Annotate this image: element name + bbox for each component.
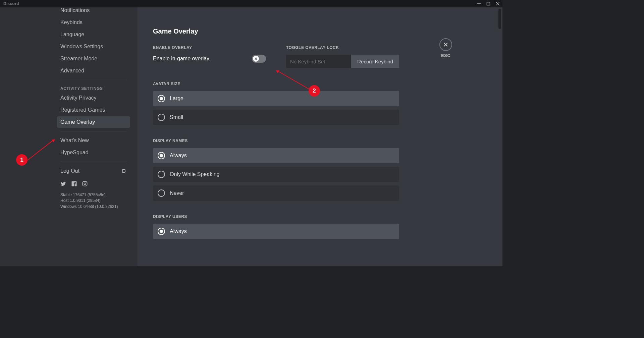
close-settings-button[interactable] [439, 38, 452, 51]
toggle-knob [253, 56, 259, 62]
toggle-x-icon [254, 57, 258, 60]
sidebar-item-whats-new[interactable]: What's New [57, 135, 130, 146]
build-line: Host 1.0.9011 (29584) [60, 198, 127, 204]
toggle-lock-header: Toggle Overlay Lock [286, 45, 399, 50]
radio-label: Only While Speaking [170, 171, 220, 177]
minimize-icon [477, 2, 481, 6]
sidebar-item-label: Streamer Mode [60, 56, 97, 61]
close-icon [496, 2, 500, 6]
sidebar-item-streamer-mode[interactable]: Streamer Mode [57, 53, 130, 64]
svg-rect-1 [487, 2, 490, 5]
sidebar-divider [60, 80, 127, 80]
display-names-speaking[interactable]: Only While Speaking [153, 167, 399, 182]
radio-label: Always [170, 228, 187, 234]
record-keybind-button[interactable]: Record Keybind [351, 55, 399, 68]
logout-icon [121, 168, 127, 174]
record-keybind-label: Record Keybind [357, 59, 393, 64]
sidebar-item-label: Log Out [60, 168, 79, 174]
radio-icon [158, 152, 165, 159]
sidebar-item-logout[interactable]: Log Out [57, 165, 130, 177]
sidebar-item-label: Registered Games [60, 107, 105, 113]
build-info: Stable 176471 (5755c8e) Host 1.0.9011 (2… [57, 192, 130, 210]
sidebar-item-advanced[interactable]: Advanced [57, 65, 130, 76]
esc-button-wrap: ESC [439, 38, 452, 58]
sidebar-item-label: Advanced [60, 68, 84, 73]
settings-sidebar: Notifications Keybinds Language Windows … [0, 7, 138, 266]
sidebar-item-hypesquad[interactable]: HypeSquad [57, 147, 130, 158]
facebook-icon[interactable] [71, 181, 77, 188]
radio-icon [158, 95, 165, 102]
sidebar-header-activity: Activity Settings [57, 83, 130, 92]
display-users-header: Display Users [153, 214, 399, 219]
radio-icon [158, 114, 165, 121]
sidebar-item-label: What's New [60, 137, 89, 143]
display-names-header: Display Names [153, 138, 399, 143]
scrollbar-thumb[interactable] [498, 9, 501, 29]
close-button[interactable] [493, 0, 502, 7]
sidebar-divider [60, 131, 127, 131]
content-area: Game Overlay Enable Overlay Enable in-ga… [138, 7, 502, 266]
sidebar-item-activity-privacy[interactable]: Activity Privacy [57, 92, 130, 104]
sidebar-item-label: Windows Settings [60, 44, 103, 49]
sidebar-item-label: Language [60, 32, 84, 37]
sidebar-item-language[interactable]: Language [57, 29, 130, 40]
social-links [57, 177, 130, 192]
avatar-size-large[interactable]: Large [153, 91, 399, 106]
sidebar-item-label: Game Overlay [60, 119, 95, 125]
radio-label: Always [170, 153, 187, 159]
radio-icon [158, 189, 165, 197]
sidebar-item-label: HypeSquad [60, 150, 89, 155]
display-users-always[interactable]: Always [153, 224, 399, 239]
build-line: Windows 10 64-Bit (10.0.22621) [60, 204, 127, 210]
twitter-icon[interactable] [60, 181, 66, 188]
page-title: Game Overlay [153, 27, 399, 35]
esc-label: ESC [439, 53, 452, 58]
sidebar-item-keybinds[interactable]: Keybinds [57, 17, 130, 28]
keybind-placeholder: No Keybind Set [290, 59, 325, 64]
instagram-icon[interactable] [82, 181, 88, 188]
sidebar-item-registered-games[interactable]: Registered Games [57, 104, 130, 116]
sidebar-item-notifications[interactable]: Notifications [57, 7, 130, 16]
sidebar-item-label: Activity Privacy [60, 95, 97, 101]
build-line: Stable 176471 (5755c8e) [60, 192, 127, 198]
sidebar-divider [60, 162, 127, 162]
enable-overlay-text: Enable in-game overlay. [153, 56, 210, 62]
keybind-input[interactable]: No Keybind Set [286, 55, 351, 68]
app-brand: Discord [3, 1, 19, 6]
minimize-button[interactable] [474, 0, 484, 7]
radio-icon [158, 228, 165, 235]
radio-label: Large [170, 96, 183, 102]
radio-label: Small [170, 114, 183, 120]
window-controls [474, 0, 502, 7]
maximize-icon [486, 2, 490, 6]
maximize-button[interactable] [484, 0, 493, 7]
sidebar-item-label: Keybinds [60, 19, 83, 25]
title-bar: Discord [0, 0, 502, 7]
sidebar-item-windows-settings[interactable]: Windows Settings [57, 41, 130, 52]
enable-overlay-header: Enable Overlay [153, 45, 266, 50]
avatar-size-small[interactable]: Small [153, 110, 399, 125]
close-icon [443, 42, 449, 48]
enable-overlay-toggle[interactable] [252, 55, 266, 63]
display-names-never[interactable]: Never [153, 185, 399, 201]
sidebar-item-game-overlay[interactable]: Game Overlay [57, 116, 130, 128]
avatar-size-header: Avatar Size [153, 81, 399, 86]
sidebar-item-label: Notifications [60, 7, 90, 13]
radio-label: Never [170, 190, 184, 196]
radio-icon [158, 171, 165, 178]
display-names-always[interactable]: Always [153, 148, 399, 163]
